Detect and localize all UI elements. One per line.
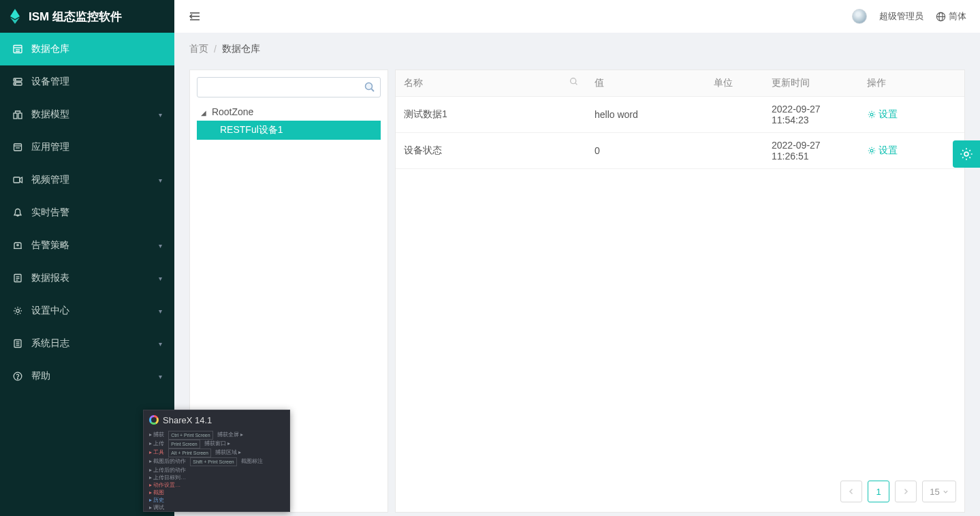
svg-point-41 <box>964 152 968 156</box>
tree-root-node[interactable]: ◢ RootZone <box>197 103 381 121</box>
svg-point-7 <box>15 83 16 84</box>
col-unit: 单位 <box>714 77 733 88</box>
language-label: 简体 <box>949 10 966 22</box>
table-row: 测试数据1hello word2022-09-27 11:54:23设置 <box>396 97 964 133</box>
svg-rect-10 <box>14 144 22 151</box>
svg-point-40 <box>870 149 873 152</box>
page-number-1[interactable]: 1 <box>868 481 889 502</box>
menu-label: 设备管理 <box>31 76 69 88</box>
tree-child-label: RESTFul设备1 <box>220 124 283 135</box>
tree-child-node[interactable]: RESTFul设备1 <box>197 121 381 140</box>
col-op: 操作 <box>867 77 886 88</box>
sharex-window-thumbnail[interactable]: ShareX 14.1 ▸ 捕获Ctrl + Print Screen捕获全屏 … <box>143 410 290 512</box>
sidebar-item-6[interactable]: 告警策略▾ <box>0 229 174 262</box>
caret-down-icon: ◢ <box>201 109 208 117</box>
floating-settings-button[interactable] <box>953 140 980 168</box>
gear-icon <box>867 146 876 155</box>
breadcrumb-home[interactable]: 首页 <box>189 43 208 55</box>
cell-name: 设备状态 <box>396 133 586 169</box>
sidebar-item-1[interactable]: 设备管理 <box>0 65 174 98</box>
svg-point-36 <box>366 83 373 90</box>
language-switcher[interactable]: 简体 <box>936 10 966 22</box>
column-search-icon[interactable] <box>569 77 578 86</box>
menu-label: 实时告警 <box>31 207 69 219</box>
table-row: 设备状态02022-09-27 11:26:51设置 <box>396 133 964 169</box>
row-settings-link[interactable]: 设置 <box>867 145 898 157</box>
sharex-title-text: ShareX 14.1 <box>163 415 212 425</box>
svg-marker-14 <box>20 177 22 183</box>
breadcrumb-separator: / <box>214 44 217 55</box>
menu-label: 设置中心 <box>31 305 69 317</box>
sidebar-item-10[interactable]: 帮助▾ <box>0 360 174 393</box>
sidebar-item-3[interactable]: 应用管理 <box>0 131 174 164</box>
cell-updated: 2022-09-27 11:54:23 <box>763 97 859 133</box>
chevron-down-icon: ▾ <box>159 111 162 119</box>
sharex-body: ▸ 捕获Ctrl + Print Screen捕获全屏 ▸ ▸ 上传Print … <box>144 429 289 512</box>
pagination: 1 15 <box>396 471 964 512</box>
menu-label: 系统日志 <box>31 337 69 350</box>
cell-updated: 2022-09-27 11:26:51 <box>763 133 859 169</box>
menu-icon <box>12 240 23 251</box>
op-label: 设置 <box>879 108 898 121</box>
gear-icon <box>959 147 974 162</box>
page-size-select[interactable]: 15 <box>922 481 956 502</box>
svg-rect-9 <box>18 113 22 119</box>
menu-label: 告警策略 <box>31 239 69 252</box>
menu-label: 应用管理 <box>31 141 69 153</box>
svg-line-38 <box>575 83 577 85</box>
svg-point-39 <box>870 113 873 116</box>
menu-label: 数据仓库 <box>31 43 69 55</box>
chevron-down-icon: ▾ <box>159 373 162 380</box>
tree-search-input[interactable] <box>197 78 380 97</box>
svg-point-16 <box>17 244 18 245</box>
page-prev-button[interactable] <box>840 481 862 502</box>
tree-search-box <box>197 77 381 97</box>
menu-icon <box>12 44 23 55</box>
page-next-button[interactable] <box>895 481 917 502</box>
sharex-logo-icon <box>149 415 159 425</box>
chevron-down-icon: ▾ <box>159 177 162 184</box>
sidebar-menu: 数据仓库设备管理数据模型▾应用管理视频管理▾实时告警告警策略▾数据报表▾设置中心… <box>0 33 174 393</box>
search-icon[interactable] <box>364 81 376 93</box>
sharex-titlebar: ShareX 14.1 <box>144 410 289 429</box>
avatar[interactable] <box>852 9 867 24</box>
row-settings-link[interactable]: 设置 <box>867 108 898 121</box>
chevron-down-icon: ▾ <box>159 307 162 315</box>
sidebar-item-9[interactable]: 系统日志▾ <box>0 327 174 360</box>
menu-icon <box>12 338 23 349</box>
sidebar-item-5[interactable]: 实时告警 <box>0 196 174 229</box>
menu-icon <box>12 109 23 120</box>
chevron-down-icon: ▾ <box>159 275 162 282</box>
menu-icon <box>12 207 23 218</box>
svg-point-6 <box>15 79 16 80</box>
logo-icon <box>8 7 22 25</box>
chevron-down-icon: ▾ <box>159 242 162 249</box>
svg-point-21 <box>16 309 20 313</box>
menu-icon <box>12 305 23 316</box>
sidebar-item-2[interactable]: 数据模型▾ <box>0 98 174 131</box>
svg-point-27 <box>18 378 18 379</box>
tree-root-label: RootZone <box>212 106 253 117</box>
col-updated: 更新时间 <box>772 77 810 88</box>
cell-unit <box>706 133 763 169</box>
cell-name: 测试数据1 <box>396 97 586 133</box>
menu-icon <box>12 273 23 284</box>
gear-icon <box>867 110 876 119</box>
data-table: 名称 值 单位 更新时间 操作 测试数据1hello word2022-09-2… <box>396 70 964 169</box>
content-area: ◢ RootZone RESTFul设备1 名称 值 单位 <box>174 65 980 516</box>
cell-value: 0 <box>586 133 706 169</box>
col-name: 名称 <box>404 77 423 88</box>
sidebar-item-0[interactable]: 数据仓库 <box>0 33 174 65</box>
user-label[interactable]: 超级管理员 <box>879 10 923 22</box>
sidebar-item-4[interactable]: 视频管理▾ <box>0 164 174 196</box>
header: 超级管理员 简体 <box>174 0 980 33</box>
menu-label: 数据报表 <box>31 272 69 284</box>
sidebar-collapse-button[interactable] <box>188 10 202 23</box>
globe-icon <box>936 12 946 22</box>
chevron-down-icon: ▾ <box>159 340 162 348</box>
op-label: 设置 <box>879 145 898 157</box>
sidebar-item-7[interactable]: 数据报表▾ <box>0 262 174 294</box>
breadcrumb: 首页 / 数据仓库 <box>174 33 980 65</box>
sidebar-item-8[interactable]: 设置中心▾ <box>0 294 174 327</box>
breadcrumb-current: 数据仓库 <box>222 43 260 55</box>
